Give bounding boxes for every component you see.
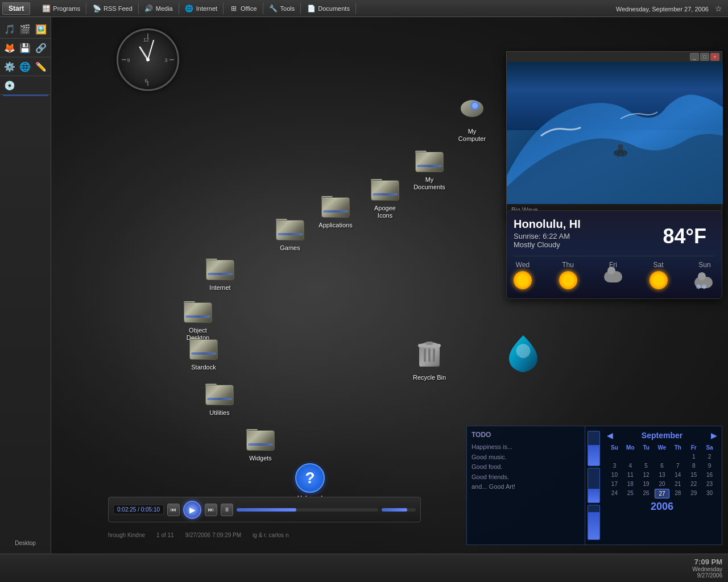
cal-day-12[interactable]: 12 [639,471,654,479]
progress-bar-1 [588,431,600,466]
cal-day-14[interactable]: 14 [670,471,685,479]
cal-day-17[interactable]: 17 [607,480,622,488]
desktop-icon-apogee-icons[interactable]: ApogeeIcons [362,173,408,220]
desktop-icon-internet[interactable]: Internet [197,253,243,292]
cal-day-26[interactable]: 26 [639,489,654,498]
cal-header-su: Su [607,443,622,452]
sidebar-photo-icon[interactable]: 🖼️ [34,22,48,36]
media-pause-icon[interactable]: ⏸ [221,504,233,516]
cal-day-30[interactable]: 30 [702,489,717,498]
media-play-btn[interactable]: ▶ [183,501,201,519]
cal-day-22[interactable]: 22 [686,480,701,488]
cal-day-24[interactable]: 24 [607,489,622,498]
todo-calendar-widget: TODO Happiness is... Good music. Good fo… [466,426,722,545]
cal-day-2[interactable]: 2 [702,452,717,461]
taskbar-programs[interactable]: 🪟 Programs [36,3,86,14]
cal-day-9[interactable]: 9 [702,462,717,470]
cal-header-th: Th [670,443,685,452]
sidebar-video-icon[interactable]: 🎬 [18,22,32,36]
sidebar-group-3: ⚙️ 🌐 ✏️ [0,57,51,76]
cal-day-28[interactable]: 28 [670,489,685,498]
cal-day-23[interactable]: 23 [702,480,717,488]
photo-minimize-btn[interactable]: _ [690,53,699,61]
desktop-icon-my-documents[interactable]: MyDocuments [407,145,452,192]
sat-sun-icon [650,271,668,289]
todo-title: TODO [471,431,580,439]
progress-bars [585,426,602,544]
desktop-icon-applications[interactable]: Applications [313,190,358,230]
desktop-icon-games[interactable]: Games [267,213,313,252]
cal-day-29[interactable]: 29 [686,489,701,498]
cal-next-btn[interactable]: ▶ [711,431,717,440]
cal-day-3[interactable]: 3 [607,462,622,470]
desktop-icon-stardock[interactable]: Stardock [181,332,226,372]
taskbar-internet[interactable]: 🌐 Internet [179,3,224,14]
cal-day-10[interactable]: 10 [607,471,622,479]
cal-day-8[interactable]: 8 [686,462,701,470]
sidebar-group-2: 🦊 💾 🔗 [0,39,51,57]
sidebar-firefox-icon[interactable]: 🦊 [3,41,16,55]
cal-prev-btn[interactable]: ◀ [607,431,613,440]
cal-day-16[interactable]: 16 [702,471,717,479]
media-prev-btn[interactable]: ⏮ [167,504,180,516]
weather-forecast: Wed Thu Fri Sat Sun [514,256,715,292]
cal-day-25[interactable]: 25 [623,489,638,498]
photo-maximize-btn[interactable]: □ [700,53,709,61]
sidebar-music-icon[interactable]: 🎵 [3,22,16,36]
media-progress-fill [237,508,296,512]
progress-bar-3 [588,505,600,540]
desktop-icon-widgets[interactable]: Widgets [238,423,283,463]
desktop-icon-recycle-bin[interactable]: Recycle Bin [404,338,455,382]
sidebar-cd-icon[interactable]: 💿 [3,78,16,92]
utilities-icon-img [205,378,234,408]
forecast-sun: Sun ❄❄ [694,261,715,292]
cal-day-5[interactable]: 5 [639,462,654,470]
media-track-num: 1 of 11 [156,532,174,538]
cal-day-4[interactable]: 4 [623,462,638,470]
sidebar-web-icon[interactable]: 🌐 [18,60,32,73]
desktop-icon-utilities[interactable]: Utilities [197,378,242,417]
svg-text:9: 9 [127,57,130,63]
sidebar-edit-icon[interactable]: ✏️ [34,60,48,73]
sidebar-floppy-icon[interactable]: 💾 [18,41,32,55]
folder-body-9 [246,430,275,451]
folder-strip-4 [278,233,303,235]
taskbar-documents[interactable]: 📄 Documents [301,3,356,14]
cal-header-fr: Fr [686,443,701,452]
folder-strip-6 [185,315,210,318]
sidebar: 🎵 🎬 🖼️ 🦊 💾 🔗 ⚙️ 🌐 ✏️ 💿 Desktop [0,17,51,554]
sidebar-gear-icon[interactable]: ⚙️ [3,60,16,73]
photo-close-btn[interactable]: × [710,53,719,61]
applications-icon-img [321,190,350,220]
taskbar-rss[interactable]: 📡 RSS Feed [86,3,139,14]
taskbar-office[interactable]: ⊞ Office [224,3,263,14]
cal-day-7[interactable]: 7 [670,462,685,470]
taskbar-tools[interactable]: 🔧 Tools [263,3,301,14]
folder-body [415,152,444,172]
media-volume-bar[interactable] [382,508,416,512]
cal-day-27-today[interactable]: 27 [655,489,670,498]
cal-day-18[interactable]: 18 [623,480,638,488]
programs-icon: 🪟 [42,4,51,13]
cal-day-1[interactable]: 1 [686,452,701,461]
cal-day-19[interactable]: 19 [639,480,654,488]
taskbar-media[interactable]: 🔊 Media [139,3,179,14]
recycle-bin-icon-img [412,338,446,372]
media-progress-bar[interactable] [237,508,378,512]
cal-day-11[interactable]: 11 [623,471,638,479]
cal-day-20[interactable]: 20 [655,480,670,488]
progress-bar-2 [588,468,600,503]
desktop-icon-my-computer[interactable]: MyComputer [449,97,495,143]
cal-day-13[interactable]: 13 [655,471,670,479]
desktop: 12 3 6 9 [51,17,728,554]
sidebar-link-icon[interactable]: 🔗 [34,41,48,55]
office-icon: ⊞ [229,4,238,13]
utilities-label: Utilities [208,409,231,417]
media-next-btn[interactable]: ⏭ [205,504,217,516]
start-button[interactable]: Start [2,2,30,15]
todo-item-3: Good food. [471,462,580,472]
media-player: 0:02:25 / 0:05:10 ⏮ ▶ ⏭ ⏸ [108,497,421,522]
cal-day-15[interactable]: 15 [686,471,701,479]
cal-day-21[interactable]: 21 [670,480,685,488]
cal-day-6[interactable]: 6 [655,462,670,470]
